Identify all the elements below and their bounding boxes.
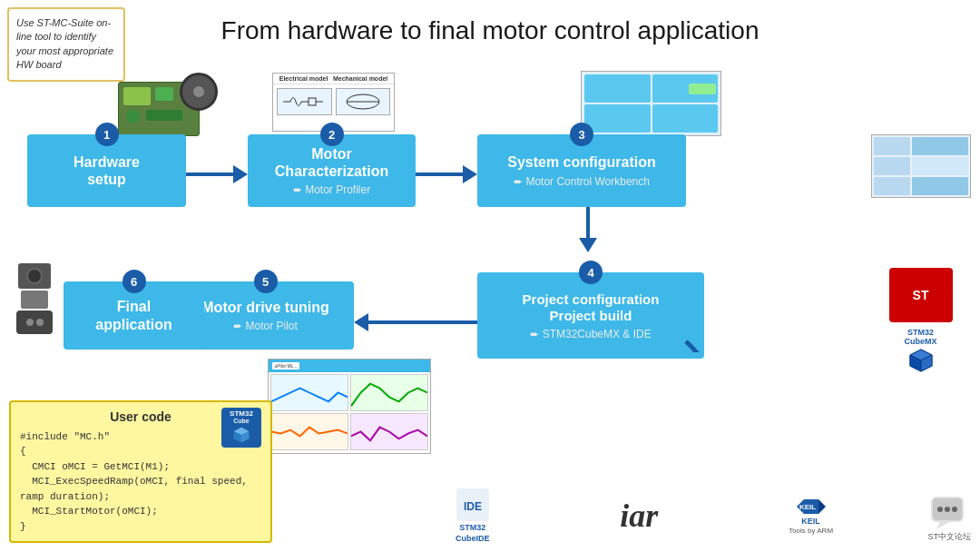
- svg-point-23: [937, 507, 943, 512]
- step-1-badge: 1: [95, 123, 119, 146]
- arrow-4-to-5: [354, 313, 477, 331]
- user-code-box: User code STM32 Cube #include "MC.h" { C…: [9, 400, 272, 544]
- iar-logo: iar: [620, 497, 658, 535]
- st-forum-text: ST中文论坛: [927, 531, 971, 543]
- st-forum-logo: ST中文论坛: [927, 495, 971, 543]
- arrow-1-to-2: [186, 165, 248, 183]
- cubemx-screenshot: [871, 134, 971, 198]
- step-1-title: Hardwaresetup: [74, 153, 140, 188]
- st-logo-chip: ST: [909, 287, 933, 303]
- step-4-box: 4 Project configurationProject build ➨ S…: [477, 272, 704, 359]
- logos-area: IDE STM32 CubeIDE iar KEIL KEIL Tools by…: [390, 488, 898, 543]
- svg-point-24: [945, 507, 950, 512]
- svg-marker-18: [818, 499, 826, 514]
- step-3-title: System configuration: [507, 153, 656, 171]
- svg-text:IDE: IDE: [464, 500, 482, 513]
- step-2-subtitle: ➨ Motor Profiler: [293, 183, 370, 196]
- stm32-chip: ST: [889, 268, 953, 322]
- svg-rect-2: [309, 98, 316, 105]
- step-5-title: Motor drive tuning: [201, 299, 328, 316]
- stm32cubemx-logo: STM32 CubeMX: [905, 328, 937, 375]
- step-3-box: 3 System configuration ➨ Motor Control W…: [477, 134, 686, 207]
- step-4-subtitle: ➨ STM32CubeMX & IDE: [530, 328, 651, 340]
- step-6-badge: 6: [122, 270, 146, 293]
- step-2-box: 2 MotorCharacterization ➨ Motor Profiler: [248, 134, 416, 207]
- mcw-thumb: [581, 71, 721, 136]
- step-6-box: 6 Finalapplication: [64, 281, 204, 350]
- stm32-badge-user-code: STM32 Cube: [221, 408, 261, 448]
- step-1-box: 1 Hardwaresetup: [27, 134, 186, 207]
- keil-logo: KEIL KEIL Tools by ARM: [789, 498, 833, 535]
- step-2-badge: 2: [320, 123, 344, 146]
- motor-pilot-thumb: uPilot ML...: [268, 359, 431, 454]
- callout-box: Use ST-MC-Suite on-line tool to identify…: [7, 7, 125, 82]
- svg-text:KEIL: KEIL: [799, 503, 815, 511]
- svg-point-25: [952, 507, 957, 512]
- step-3-subtitle: ➨ Motor Control Workbench: [514, 175, 650, 188]
- step-6-title: Finalapplication: [95, 298, 172, 332]
- svg-marker-22: [936, 522, 949, 529]
- step-2-title: MotorCharacterization: [275, 145, 388, 180]
- step-3-badge: 3: [570, 123, 593, 146]
- stm32cubemx-area: [868, 134, 973, 198]
- step-5-subtitle: ➨ Motor Pilot: [233, 320, 298, 332]
- stm32-chip-area: ST STM32 CubeMX: [868, 268, 973, 375]
- stm32cubeide-logo: IDE STM32 CubeIDE: [456, 488, 490, 543]
- step-4-badge: 4: [579, 261, 603, 284]
- step-5-badge: 5: [254, 270, 278, 293]
- main-title: From hardware to final motor control app…: [0, 0, 980, 54]
- arrow-2-to-3: [416, 165, 477, 183]
- step-4-title: Project configurationProject build: [523, 291, 660, 324]
- equipment-image: [7, 263, 62, 336]
- arrow-3-down: [579, 207, 597, 252]
